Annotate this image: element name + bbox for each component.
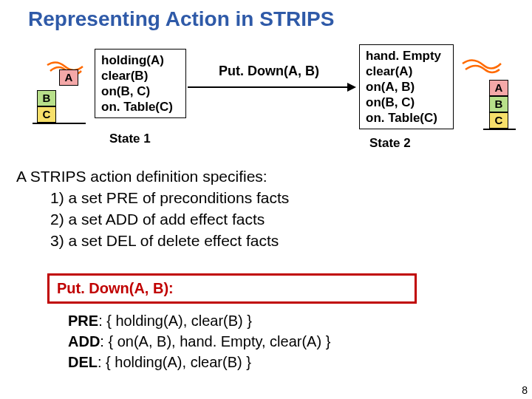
pre-value: : { holding(A), clear(B) } <box>98 313 252 329</box>
table-line <box>483 129 516 130</box>
block-b: B <box>489 96 508 112</box>
state2-label: State 2 <box>369 136 411 151</box>
state1-label: State 1 <box>109 132 151 146</box>
del-line: DEL: { holding(A), clear(B) } <box>68 352 330 372</box>
action-label: Put. Down(A, B) <box>219 64 319 79</box>
slide-title: Representing Action in STRIPS <box>28 7 334 31</box>
transition-arrow <box>188 83 356 92</box>
state2-figure: A B C <box>466 62 519 136</box>
block-a: A <box>59 69 78 86</box>
state2-predicates: hand. Empty clear(A) on(A, B) on(B, C) o… <box>359 44 454 129</box>
block-c: C <box>37 106 56 123</box>
add-label: ADD <box>68 333 100 349</box>
table-line <box>33 123 86 124</box>
arrow-head-icon <box>347 83 356 92</box>
add-value: : { on(A, B), hand. Empty, clear(A) } <box>100 333 330 349</box>
body-line-1: 1) a set PRE of preconditions facts <box>16 187 289 208</box>
pre-line: PRE: { holding(A), clear(B) } <box>68 310 330 331</box>
body-text: A STRIPS action definition specifies: 1)… <box>16 166 289 251</box>
arrow-line-icon <box>188 86 349 88</box>
block-c: C <box>489 112 508 129</box>
pre-label: PRE <box>68 313 98 329</box>
body-line-0: A STRIPS action definition specifies: <box>16 166 289 187</box>
action-definition-body: PRE: { holding(A), clear(B) } ADD: { on(… <box>68 310 330 372</box>
add-line: ADD: { on(A, B), hand. Empty, clear(A) } <box>68 331 330 352</box>
del-label: DEL <box>68 354 98 370</box>
page-number: 8 <box>522 384 528 396</box>
body-line-3: 3) a set DEL of delete effect facts <box>16 230 289 251</box>
state1-predicates: holding(A) clear(B) on(B, C) on. Table(C… <box>95 49 186 118</box>
slide: Representing Action in STRIPS A B C hold… <box>0 0 532 399</box>
state1-figure: A B C <box>21 58 89 132</box>
action-definition-header: Put. Down(A, B): <box>47 273 417 304</box>
del-value: : { holding(A), clear(B) } <box>98 354 251 370</box>
body-line-2: 2) a set ADD of add effect facts <box>16 208 289 230</box>
gripper-icon <box>461 58 502 77</box>
block-b: B <box>37 90 56 106</box>
block-a: A <box>489 80 508 96</box>
